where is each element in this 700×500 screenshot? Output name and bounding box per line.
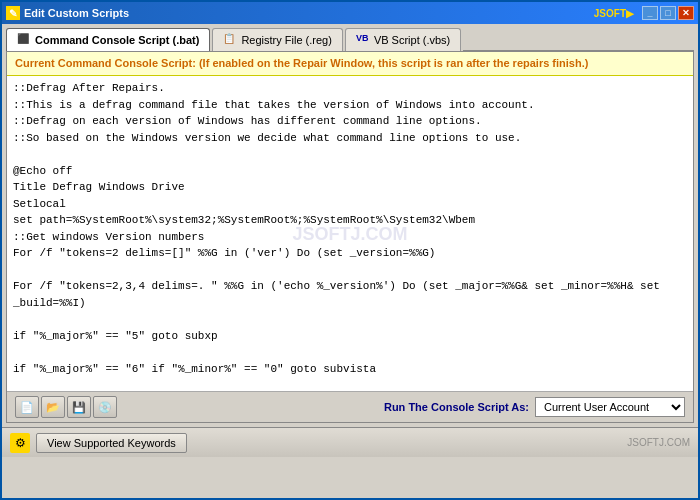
saveas-button[interactable]: 💿	[93, 396, 117, 418]
footer-app-icon: ⚙	[10, 433, 30, 453]
notice-bar: Current Command Console Script: (If enab…	[7, 52, 693, 76]
title-bar: ✎ Edit Custom Scripts JSOFT▶ _ □ ✕	[2, 2, 698, 24]
file-buttons: 📄 📂 💾 💿	[15, 396, 117, 418]
save-button[interactable]: 💾	[67, 396, 91, 418]
tab-bat-label: Command Console Script (.bat)	[35, 34, 199, 46]
footer-watermark: JSOFTJ.COM	[627, 437, 690, 448]
run-as-select[interactable]: Current User Account Administrator Syste…	[535, 397, 685, 417]
vbs-icon: VB	[356, 33, 370, 47]
jsoftj-logo: JSOFT▶	[594, 8, 634, 19]
open-button[interactable]: 📂	[41, 396, 65, 418]
bat-icon: ⬛	[17, 33, 31, 47]
footer-left: ⚙ View Supported Keywords	[10, 433, 187, 453]
tab-bat[interactable]: ⬛ Command Console Script (.bat)	[6, 28, 210, 51]
tab-vbs[interactable]: VB VB Script (.vbs)	[345, 28, 461, 51]
tab-vbs-label: VB Script (.vbs)	[374, 34, 450, 46]
window-title: Edit Custom Scripts	[24, 7, 129, 19]
editor-area: ::Defrag After Repairs. ::This is a defr…	[7, 76, 693, 391]
tab-bar: ⬛ Command Console Script (.bat) 📋 Regist…	[2, 24, 698, 51]
run-as-area: Run The Console Script As: Current User …	[384, 397, 685, 417]
minimize-button[interactable]: _	[642, 6, 658, 20]
keywords-button[interactable]: View Supported Keywords	[36, 433, 187, 453]
run-as-label: Run The Console Script As:	[384, 401, 529, 413]
footer-bar: ⚙ View Supported Keywords JSOFTJ.COM	[2, 427, 698, 457]
close-button[interactable]: ✕	[678, 6, 694, 20]
notice-text: Current Command Console Script: (If enab…	[15, 57, 588, 69]
script-editor[interactable]: ::Defrag After Repairs. ::This is a defr…	[7, 76, 693, 391]
app-icon: ✎	[6, 6, 20, 20]
new-button[interactable]: 📄	[15, 396, 39, 418]
main-panel: Current Command Console Script: (If enab…	[6, 51, 694, 423]
tab-reg-label: Registry File (.reg)	[241, 34, 331, 46]
reg-icon: 📋	[223, 33, 237, 47]
window-controls: _ □ ✕	[642, 6, 694, 20]
bottom-toolbar: 📄 📂 💾 💿 Run The Console Script As: Curre…	[7, 391, 693, 422]
maximize-button[interactable]: □	[660, 6, 676, 20]
tab-reg[interactable]: 📋 Registry File (.reg)	[212, 28, 342, 51]
